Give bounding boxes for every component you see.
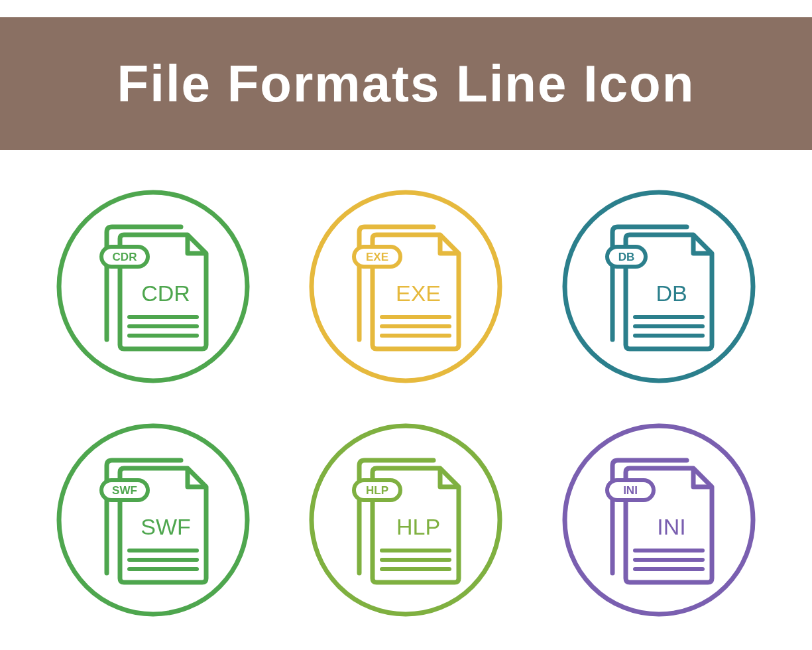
file-format-icon: CDRCDR: [54, 187, 253, 386]
icon-grid: CDRCDR EXEEXE DBDB SWFSWF HLPHLP INIINI: [0, 150, 812, 650]
file-format-icon: INIINI: [559, 421, 758, 619]
file-tag-label: DB: [618, 251, 635, 263]
file-icon-ini: INIINI: [546, 417, 772, 623]
file-main-label: CDR: [141, 281, 190, 306]
file-icon-swf: SWFSWF: [40, 417, 266, 623]
file-tag-label: INI: [623, 484, 638, 497]
page-title: File Formats Line Icon: [117, 54, 695, 114]
file-main-label: EXE: [396, 281, 441, 306]
file-format-icon: EXEEXE: [306, 187, 505, 386]
file-tag-label: HLP: [366, 484, 388, 497]
file-format-icon: DBDB: [559, 187, 758, 386]
file-format-icon: SWFSWF: [54, 421, 253, 619]
file-main-label: INI: [657, 514, 685, 539]
file-tag-label: EXE: [366, 251, 388, 263]
file-icon-hlp: HLPHLP: [293, 417, 520, 623]
file-icon-exe: EXEEXE: [293, 183, 520, 390]
header-banner: File Formats Line Icon: [0, 17, 812, 150]
file-tag-label: CDR: [112, 251, 137, 263]
file-format-icon: HLPHLP: [306, 421, 505, 619]
file-icon-db: DBDB: [546, 183, 772, 390]
file-main-label: SWF: [141, 514, 191, 539]
file-main-label: HLP: [396, 514, 440, 539]
file-tag-label: SWF: [112, 484, 137, 497]
file-icon-cdr: CDRCDR: [40, 183, 266, 390]
file-main-label: DB: [656, 281, 687, 306]
